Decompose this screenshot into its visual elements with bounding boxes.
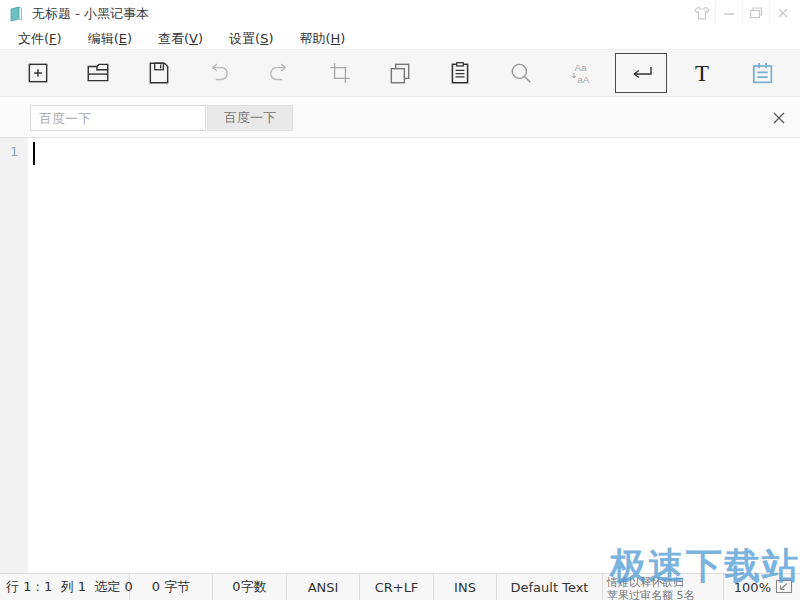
line-number: 1 [10,144,18,159]
menu-edit[interactable]: 编辑(E) [78,30,142,48]
paste-icon [447,60,473,86]
window-title: 无标题 - 小黑记事本 [32,5,149,23]
search-input[interactable] [30,105,206,131]
new-file-icon [25,60,51,86]
search-icon [508,60,534,86]
close-icon [775,6,791,20]
window-controls [688,2,796,24]
paste-button[interactable] [434,53,486,93]
crop-icon [327,60,353,86]
crop-button[interactable] [314,53,366,93]
app-icon [8,5,26,23]
search-button[interactable] [495,53,547,93]
copy-button[interactable] [374,53,426,93]
notepad-skin-button[interactable] [736,53,788,93]
maximize-button[interactable] [742,2,769,24]
toolbar: Aa aA T [0,49,800,96]
redo-icon [265,60,293,86]
status-syntax-mode[interactable]: Default Text [497,574,603,600]
save-button[interactable] [133,53,185,93]
search-close-icon [772,111,786,125]
open-file-button[interactable] [72,53,124,93]
menu-bar: 文件(F) 编辑(E) 查看(V) 设置(S) 帮助(H) [0,28,800,49]
close-button[interactable] [769,2,796,24]
editor-area[interactable]: 1 [0,138,800,573]
minimize-button[interactable] [715,2,742,24]
menu-view[interactable]: 查看(V) [148,30,213,48]
open-file-icon [85,60,111,86]
case-convert-button[interactable]: Aa aA [555,53,607,93]
font-icon: T [689,60,715,86]
status-ad-text[interactable]: 情难以释怀欲归 苹果过审名额 5名 [603,574,724,600]
minimize-icon [721,6,737,20]
status-ad-line2: 苹果过审名额 5名 [607,589,695,600]
font-button[interactable]: T [676,53,728,93]
word-wrap-button[interactable] [615,53,667,93]
maximize-icon [748,6,764,20]
notepad-skin-icon [748,59,776,87]
baidu-search-button[interactable]: 百度一下 [207,105,293,131]
search-close-button[interactable] [771,110,787,126]
copy-icon [387,60,413,86]
menu-help[interactable]: 帮助(H) [290,30,356,48]
status-bar: 行 1 : 1 列 1 选定 0 0 字节 0字数 ANSI CR+LF INS… [0,573,800,600]
save-icon [146,60,172,86]
status-word-count: 0字数 [213,574,287,600]
search-bar: 百度一下 [0,96,800,138]
word-wrap-icon [626,61,656,85]
undo-button[interactable] [193,53,245,93]
text-caret [33,142,35,165]
undo-icon [205,60,233,86]
line-number-gutter: 1 [0,138,28,573]
redo-button[interactable] [253,53,305,93]
status-encoding[interactable]: ANSI [287,574,360,600]
status-cursor-position: 行 1 : 1 列 1 选定 0 [0,574,130,600]
new-file-button[interactable] [12,53,64,93]
svg-text:aA: aA [577,74,589,85]
skin-button[interactable] [688,2,715,24]
svg-text:T: T [695,61,709,86]
menu-file[interactable]: 文件(F) [8,30,72,48]
status-line-ending[interactable]: CR+LF [360,574,434,600]
text-area[interactable] [28,138,800,573]
status-byte-count: 0 字节 [130,574,213,600]
status-ad-line1: 情难以释怀欲归 [607,576,684,589]
zoom-level: 100% [734,580,771,595]
svg-text:Aa: Aa [574,62,587,73]
case-convert-icon: Aa aA [568,60,594,86]
menu-settings[interactable]: 设置(S) [219,30,283,48]
skin-icon [693,6,711,21]
title-bar: 无标题 - 小黑记事本 [0,0,800,28]
zoom-scale-icon [775,579,794,595]
status-zoom[interactable]: 100% [724,574,800,600]
status-insert-mode[interactable]: INS [434,574,497,600]
